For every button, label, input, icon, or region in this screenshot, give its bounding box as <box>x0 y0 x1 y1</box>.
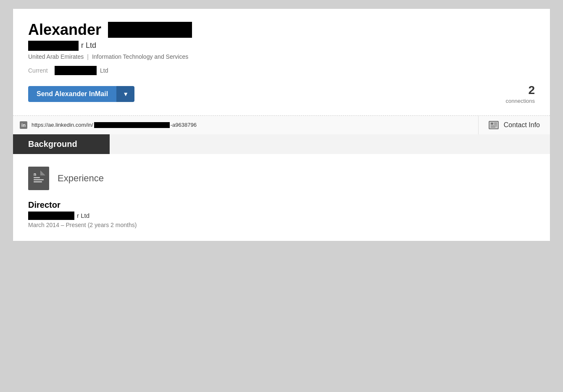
experience-icon: n <box>28 167 49 190</box>
background-content: n Experience Director r Ltd March 2014 –… <box>13 154 550 241</box>
redacted-url-part <box>94 122 170 128</box>
background-header: Background <box>13 134 110 154</box>
inmail-button-group[interactable]: Send Alexander InMail ▼ <box>28 86 134 102</box>
redacted-last-name <box>108 22 192 38</box>
svg-rect-10 <box>34 181 42 183</box>
profile-company: r Ltd <box>28 41 535 51</box>
inmail-dropdown-button[interactable]: ▼ <box>116 86 134 102</box>
profile-section: Alexander r Ltd United Arab Emirates | I… <box>13 9 550 115</box>
redacted-current-company <box>55 66 97 75</box>
svg-rect-1 <box>491 123 493 125</box>
company-suffix: r Ltd <box>81 41 96 50</box>
contact-info-icon <box>489 121 499 129</box>
profile-location: United Arab Emirates | Information Techn… <box>28 53 535 60</box>
current-label: Current <box>28 67 51 74</box>
job-company-suffix: r Ltd <box>77 212 89 219</box>
profile-first-name: Alexander <box>28 21 101 38</box>
svg-rect-8 <box>34 177 40 178</box>
location-text: United Arab Emirates <box>28 53 84 60</box>
svg-text:n: n <box>34 172 36 177</box>
url-prefix: https://ae.linkedin.com/in/ <box>32 122 93 128</box>
url-section: in https://ae.linkedin.com/in/-a9638796 <box>13 116 479 134</box>
linkedin-icon: in <box>20 121 27 129</box>
connections-count: 2 connections <box>506 84 535 105</box>
job-duration: March 2014 – Present (2 years 2 months) <box>28 222 535 228</box>
profile-current: Current Ltd <box>28 66 535 75</box>
job-title: Director <box>28 200 535 210</box>
contact-info-button[interactable]: Contact Info <box>479 116 550 134</box>
experience-header: n Experience <box>28 167 535 190</box>
contact-info-label: Contact Info <box>504 121 540 129</box>
redacted-job-company <box>28 212 74 220</box>
connections-label: connections <box>506 98 535 104</box>
profile-actions: Send Alexander InMail ▼ 2 connections <box>28 84 535 105</box>
connections-number: 2 <box>506 84 535 97</box>
job-entry: Director r Ltd March 2014 – Present (2 y… <box>28 200 535 228</box>
svg-rect-0 <box>489 121 498 129</box>
experience-title: Experience <box>58 173 104 184</box>
svg-rect-9 <box>34 179 44 180</box>
redacted-company-prefix <box>28 41 79 51</box>
url-bar: in https://ae.linkedin.com/in/-a9638796 … <box>13 115 550 134</box>
industry-text: Information Technology and Services <box>92 53 188 60</box>
background-section: Background n Exp <box>13 134 550 241</box>
current-company-suffix: Ltd <box>100 67 108 74</box>
profile-card: Alexander r Ltd United Arab Emirates | I… <box>13 8 550 241</box>
url-text: https://ae.linkedin.com/in/-a9638796 <box>32 122 197 128</box>
job-company: r Ltd <box>28 212 535 220</box>
url-suffix: -a9638796 <box>171 122 197 128</box>
profile-name-row: Alexander <box>28 21 535 38</box>
location-separator: | <box>87 53 89 60</box>
inmail-main-button[interactable]: Send Alexander InMail <box>28 86 116 102</box>
